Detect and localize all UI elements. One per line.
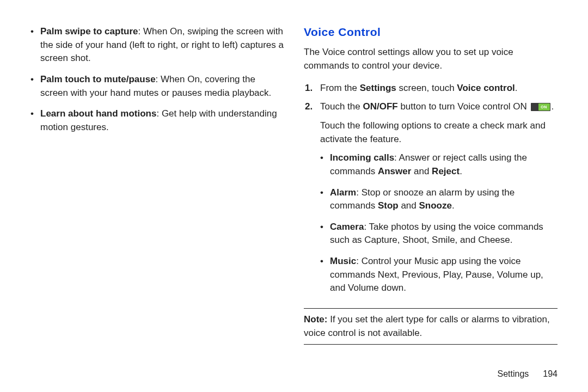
note-text: If you set the alert type for calls or a… <box>304 314 550 338</box>
option-title: Incoming calls <box>330 152 394 163</box>
right-column: Voice Control The Voice control settings… <box>304 24 558 381</box>
option-bold: Reject <box>432 166 460 176</box>
option-text: : Control your Music app using the voice… <box>330 256 543 293</box>
step-text: screen, touch <box>396 83 457 93</box>
option-bold: Stop <box>378 200 399 211</box>
option-title: Music <box>330 256 356 266</box>
note-label: Note: <box>304 314 327 324</box>
steps-list: From the Settings screen, touch Voice co… <box>304 82 558 114</box>
on-toggle-label: ON <box>538 103 550 111</box>
bullet-title: Palm swipe to capture <box>40 26 138 36</box>
option-item: Alarm: Stop or snooze an alarm by using … <box>320 186 558 213</box>
option-item: Incoming calls: Answer or reject calls u… <box>320 151 558 178</box>
note-block: Note: If you set the alert type for call… <box>304 308 558 345</box>
footer-page-number: 194 <box>543 369 558 378</box>
option-text: . <box>452 200 455 211</box>
on-toggle-icon: ON <box>531 103 550 111</box>
step-item: From the Settings screen, touch Voice co… <box>304 82 558 95</box>
left-bullet-item: Palm touch to mute/pause: When On, cover… <box>30 73 284 100</box>
section-heading: Voice Control <box>304 24 558 40</box>
step-bold: ON/OFF <box>363 101 397 112</box>
option-title: Camera <box>330 222 364 232</box>
step-text: . <box>552 101 554 112</box>
left-bullet-item: Learn about hand motions: Get help with … <box>30 107 284 134</box>
options-list: Incoming calls: Answer or reject calls u… <box>304 151 558 295</box>
step-text: From the <box>320 83 360 93</box>
option-text: . <box>460 166 462 176</box>
option-bold: Snooze <box>419 200 451 211</box>
option-item: Camera: Take photos by using the voice c… <box>320 220 558 247</box>
step-text: button to turn Voice control ON <box>398 101 530 112</box>
left-bullet-list: Palm swipe to capture: When On, swiping … <box>30 25 284 134</box>
step-item: Touch the ON/OFF button to turn Voice co… <box>304 100 558 114</box>
page-footer: Settings194 <box>497 369 558 379</box>
option-title: Alarm <box>330 187 356 198</box>
bullet-title: Palm touch to mute/pause <box>40 74 156 84</box>
option-bold: Answer <box>378 166 411 176</box>
divider <box>304 344 558 345</box>
left-bullet-item: Palm swipe to capture: When On, swiping … <box>30 25 284 65</box>
footer-section: Settings <box>497 369 529 378</box>
option-item: Music: Control your Music app using the … <box>320 255 558 295</box>
sub-instruction: Touch the following options to create a … <box>304 119 558 146</box>
page: Palm swipe to capture: When On, swiping … <box>0 0 588 392</box>
intro-text: The Voice control settings allow you to … <box>304 46 558 72</box>
note-line: Note: If you set the alert type for call… <box>304 313 558 340</box>
step-text: Touch the <box>320 101 363 112</box>
option-text: and <box>411 166 432 176</box>
bullet-title: Learn about hand motions <box>40 108 156 119</box>
option-text: and <box>399 200 419 211</box>
divider <box>304 308 558 309</box>
step-bold: Voice control <box>457 83 514 93</box>
step-bold: Settings <box>360 83 396 93</box>
step-text: . <box>515 83 518 93</box>
left-column: Palm swipe to capture: When On, swiping … <box>30 24 284 381</box>
